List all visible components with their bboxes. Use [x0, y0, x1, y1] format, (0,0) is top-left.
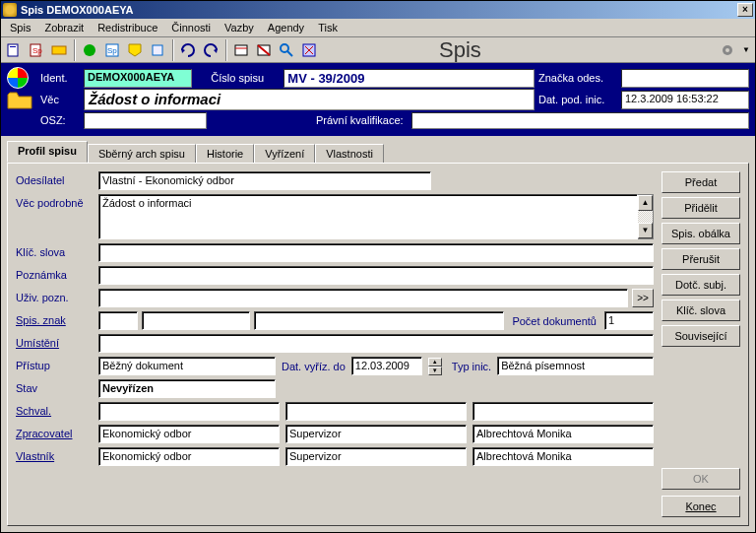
toolbar-title: Spis [439, 37, 481, 63]
toolbar-btn-4[interactable] [79, 39, 100, 61]
datvyriz-field[interactable]: 12.03.2009 [351, 357, 422, 375]
datpod-field[interactable]: 12.3.2009 16:53:22 [621, 91, 749, 109]
toolbar-btn-13[interactable] [298, 39, 320, 61]
vec-field[interactable]: Žádost o informaci [84, 89, 535, 110]
dialog-buttons: OK Konec [662, 468, 740, 517]
svg-rect-4 [52, 46, 66, 54]
spisobalka-button[interactable]: Spis. obálka [662, 223, 740, 244]
toolbar-btn-8[interactable] [177, 39, 199, 61]
toolbar-gear-dropdown[interactable]: ▼ [739, 45, 753, 54]
odesilatel-field[interactable]: Vlastní - Ekonomický odbor [98, 171, 431, 190]
vec-label: Věc [40, 94, 80, 105]
menu-cinnosti[interactable]: Činnosti [164, 20, 218, 35]
schval-label[interactable]: Schval. [16, 402, 93, 421]
spisznak-label[interactable]: Spis. znak [16, 311, 93, 330]
close-button[interactable]: × [737, 3, 753, 17]
klicslova-field[interactable] [98, 243, 654, 262]
schval-field-3[interactable] [472, 402, 654, 421]
svg-text:Sp: Sp [107, 46, 117, 55]
scroll-down-icon[interactable]: ▼ [638, 223, 653, 238]
datvyriz-label: Dat. vyříz. do [282, 361, 346, 372]
pravni-label: Právní kvalifikace: [211, 114, 407, 126]
pristup-field[interactable]: Běžný dokument [98, 357, 276, 375]
vlastnik-label[interactable]: Vlastník [16, 447, 93, 466]
vlastnik-field-2[interactable]: Supervizor [285, 447, 467, 466]
menu-tisk[interactable]: Tisk [311, 20, 345, 35]
pocetdok-field[interactable]: 1 [604, 311, 654, 330]
ident-label: Ident. [40, 72, 80, 84]
dotcsubj-button[interactable]: Dotč. subj. [662, 274, 740, 296]
predat-button[interactable]: Předat [662, 171, 740, 193]
prerusit-button[interactable]: Přerušit [662, 248, 740, 270]
datvyriz-spinner[interactable]: ▲▼ [428, 358, 442, 375]
tabstrip: Profil spisu Sběrný arch spisu Historie … [1, 136, 755, 163]
vlastnik-field-1[interactable]: Ekonomický odbor [98, 447, 280, 466]
odesilatel-label: Odesílatel [16, 171, 93, 190]
znacka-label: Značka odes. [538, 72, 617, 84]
tab-historie[interactable]: Historie [196, 144, 254, 164]
toolbar-btn-9[interactable] [200, 39, 221, 61]
spisznak-field-1[interactable] [98, 311, 138, 330]
menu-spis[interactable]: Spis [3, 20, 37, 35]
cislo-field[interactable]: MV - 39/2009 [284, 69, 535, 88]
toolbar-btn-3[interactable] [48, 39, 70, 61]
uzivpozn-more-button[interactable]: >> [632, 289, 654, 307]
klicslova-button[interactable]: Klíč. slova [662, 300, 740, 321]
clock-icon [7, 67, 29, 89]
menubar: Spis Zobrazit Redistribuce Činnosti Vazb… [1, 19, 755, 37]
toolbar-btn-11[interactable] [253, 39, 275, 61]
zpracovatel-field-2[interactable]: Supervizor [285, 425, 467, 443]
pravni-field[interactable] [411, 112, 749, 129]
toolbar-btn-12[interactable] [276, 39, 297, 61]
titlebar: Spis DEMOX000AEYA × [1, 1, 755, 19]
datpod-label: Dat. pod. inic. [538, 94, 617, 105]
toolbar-btn-10[interactable] [230, 39, 252, 61]
zpracovatel-field-1[interactable]: Ekonomický odbor [98, 425, 280, 443]
toolbar-btn-gear[interactable] [717, 39, 738, 61]
umisteni-field[interactable] [98, 334, 654, 353]
typinic-field[interactable]: Běžná písemnost [497, 357, 654, 375]
vlastnik-field-3[interactable]: Albrechtová Monika [472, 447, 654, 466]
menu-agendy[interactable]: Agendy [261, 20, 311, 35]
toolbar-btn-5[interactable]: Sp [101, 39, 123, 61]
spisznak-field-3[interactable] [254, 311, 504, 330]
vecpodrobne-scrollbar[interactable]: ▲ ▼ [638, 194, 654, 239]
menu-zobrazit[interactable]: Zobrazit [37, 20, 91, 35]
tab-vyrizeni[interactable]: Vyřízení [254, 144, 315, 164]
menu-vazby[interactable]: Vazby [218, 20, 261, 35]
toolbar-btn-2[interactable]: Sp [26, 39, 47, 61]
svg-rect-9 [153, 45, 162, 55]
scroll-up-icon[interactable]: ▲ [638, 195, 653, 211]
schval-field-2[interactable] [285, 402, 467, 421]
pridelit-button[interactable]: Přidělit [662, 197, 740, 219]
vecpodrobne-label: Věc podrobně [16, 194, 93, 239]
toolbar-btn-6[interactable] [124, 39, 146, 61]
souvisejici-button[interactable]: Související [662, 325, 740, 347]
tab-profil-spisu[interactable]: Profil spisu [7, 141, 88, 163]
osz-field[interactable] [84, 112, 207, 129]
toolbar: Sp Sp Spis ▼ [1, 37, 755, 63]
svg-rect-1 [10, 46, 16, 47]
toolbar-btn-1[interactable] [3, 39, 25, 61]
spisznak-field-2[interactable] [142, 311, 250, 330]
schval-field-1[interactable] [98, 402, 280, 421]
ident-field[interactable]: DEMOX000AEYA [84, 69, 192, 88]
vecpodrobne-field[interactable]: Žádost o informaci [98, 194, 638, 239]
znacka-field[interactable] [621, 69, 749, 88]
svg-rect-0 [8, 44, 18, 56]
action-buttons: Předat Přidělit Spis. obálka Přerušit Do… [662, 171, 740, 517]
tab-vlastnosti[interactable]: Vlastnosti [315, 144, 384, 164]
window-title: Spis DEMOX000AEYA [21, 4, 735, 16]
menu-redistribuce[interactable]: Redistribuce [91, 20, 164, 35]
poznamka-label: Poznámka [16, 266, 93, 285]
toolbar-btn-7[interactable] [147, 39, 168, 61]
zpracovatel-label[interactable]: Zpracovatel [16, 425, 93, 443]
umisteni-label[interactable]: Umístění [16, 334, 93, 353]
poznamka-field[interactable] [98, 266, 654, 285]
zpracovatel-field-3[interactable]: Albrechtová Monika [472, 425, 654, 443]
ok-button[interactable]: OK [662, 468, 740, 490]
konec-button[interactable]: Konec [662, 496, 740, 517]
tab-sberny-arch[interactable]: Sběrný arch spisu [88, 144, 196, 164]
svg-rect-12 [235, 45, 247, 55]
uzivpozn-field[interactable] [98, 289, 628, 307]
